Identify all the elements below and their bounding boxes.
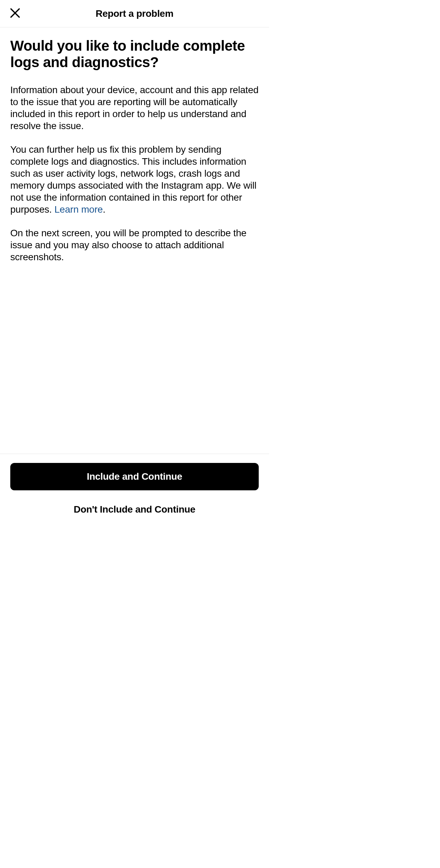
include-and-continue-button[interactable]: Include and Continue <box>10 463 259 490</box>
paragraph-2-end: . <box>103 204 106 215</box>
info-paragraph-1: Information about your device, account a… <box>10 84 259 132</box>
close-icon <box>9 7 21 21</box>
question-heading: Would you like to include complete logs … <box>10 38 259 71</box>
content-area: Would you like to include complete logs … <box>0 27 269 454</box>
paragraph-2-text: You can further help us fix this problem… <box>10 144 256 215</box>
learn-more-link[interactable]: Learn more <box>54 204 103 215</box>
info-paragraph-3: On the next screen, you will be prompted… <box>10 227 259 263</box>
info-paragraph-2: You can further help us fix this problem… <box>10 143 259 215</box>
page-title: Report a problem <box>96 8 173 19</box>
header: Report a problem <box>0 0 269 27</box>
dont-include-and-continue-button[interactable]: Don't Include and Continue <box>10 498 259 521</box>
close-button[interactable] <box>8 7 22 21</box>
footer: Include and Continue Don't Include and C… <box>0 454 269 531</box>
